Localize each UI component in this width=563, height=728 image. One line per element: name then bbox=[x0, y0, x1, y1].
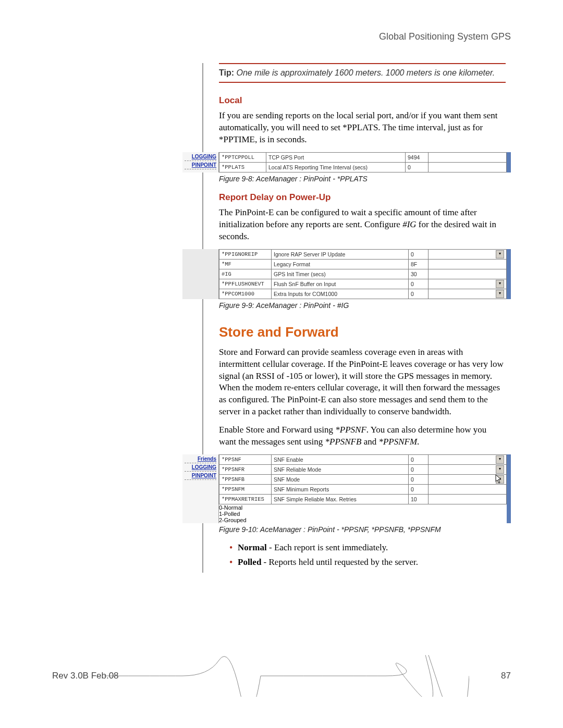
list-item: Polled - Reports held until requested by… bbox=[229, 556, 506, 569]
cell-input[interactable] bbox=[429, 259, 507, 269]
cell-val: 0 bbox=[409, 465, 429, 475]
fig10-table: *PPSNFSNF Enable0▾ *PPSNFRSNF Reliable M… bbox=[219, 454, 507, 504]
fig8-caption: Figure 9-8: AceManager : PinPoint - *PPL… bbox=[219, 175, 506, 183]
cell-input[interactable]: ▾ bbox=[429, 475, 507, 485]
sidebar-pinpoint[interactable]: PINPOINT bbox=[185, 162, 216, 168]
para-store-1: Store and Forward can provide seamless c… bbox=[219, 347, 506, 418]
right-strip bbox=[507, 249, 511, 299]
cursor-icon bbox=[495, 474, 503, 484]
cell-input[interactable]: ▾ bbox=[429, 279, 507, 289]
cell-desc: SNF Mode bbox=[272, 475, 409, 485]
sidebar-logging[interactable]: LOGGING bbox=[185, 154, 216, 159]
page-header: Global Positioning System GPS bbox=[52, 31, 511, 42]
cell-cmd: *PPCOM1000 bbox=[219, 289, 272, 299]
dropdown-icon[interactable]: ▾ bbox=[496, 290, 504, 298]
cell-desc: Local ATS Reporting Time Interval (secs) bbox=[266, 162, 406, 172]
cell-val: 0 bbox=[409, 289, 429, 299]
figure-9-10: Friends LOGGING PINPOINT *PPSNFSNF Enabl… bbox=[182, 454, 511, 523]
cell-cmd: *PPSNFR bbox=[219, 465, 272, 475]
heading-delay: Report Delay on Power-Up bbox=[219, 192, 506, 203]
figure-9-9: *PPIGNOREIPIgnore RAP Server IP Update0▾… bbox=[182, 249, 511, 299]
fig9-table: *PPIGNOREIPIgnore RAP Server IP Update0▾… bbox=[219, 249, 507, 299]
tip-label: Tip: bbox=[219, 68, 234, 77]
fig8-table: *PPTCPPOLL TCP GPS Port 9494 *PPLATS Loc… bbox=[219, 152, 507, 172]
snf-mode-tooltip: 0-Normal 1-Polled 2-Grouped bbox=[219, 504, 507, 523]
cell-val: 0 bbox=[409, 475, 429, 485]
dropdown-icon[interactable]: ▾ bbox=[496, 250, 504, 258]
cell-cmd: *PPSNF bbox=[219, 455, 272, 465]
cell-val: 0 bbox=[409, 485, 429, 495]
right-strip bbox=[507, 454, 511, 523]
dropdown-icon[interactable]: ▾ bbox=[496, 455, 504, 464]
cell-desc: GPS Init Timer (secs) bbox=[272, 269, 409, 279]
fig9-caption: Figure 9-9: AceManager : PinPoint - #IG bbox=[219, 301, 506, 310]
cell-val: 0 bbox=[409, 455, 429, 465]
cell-cmd: *PPSNFB bbox=[219, 475, 272, 485]
tip-text: One mile is approximately 1600 meters. 1… bbox=[236, 68, 495, 77]
cell-input[interactable]: ▾ bbox=[429, 249, 507, 259]
figure-9-8: LOGGING PINPOINT *PPTCPPOLL TCP GPS Port… bbox=[182, 152, 511, 172]
cell-cmd: *PPMAXRETRIES bbox=[219, 495, 272, 504]
cell-desc: SNF Minimum Reports bbox=[272, 485, 409, 495]
cell-val: 0 bbox=[409, 279, 429, 289]
cell-desc: SNF Enable bbox=[272, 455, 409, 465]
cell-val: 0 bbox=[406, 162, 429, 172]
dropdown-icon[interactable]: ▾ bbox=[496, 280, 504, 288]
cell-desc: Ignore RAP Server IP Update bbox=[272, 249, 409, 259]
fig10-caption: Figure 9-10: AceManager : PinPoint - *PP… bbox=[219, 525, 506, 534]
cell-cmd: *MF bbox=[219, 259, 272, 269]
right-strip bbox=[507, 152, 511, 172]
cell-input[interactable]: ▾ bbox=[429, 465, 507, 475]
margin-column bbox=[52, 63, 203, 573]
heading-store-forward: Store and Forward bbox=[219, 324, 506, 340]
table-row: *PPTCPPOLL TCP GPS Port 9494 bbox=[219, 152, 507, 162]
cell-desc: Legacy Format bbox=[272, 259, 409, 269]
footer-rev: Rev 3.0B Feb.08 bbox=[52, 671, 119, 681]
cell-val: 8F bbox=[409, 259, 429, 269]
cell-desc: SNF Reliable Mode bbox=[272, 465, 409, 475]
cell-input[interactable] bbox=[429, 162, 507, 172]
footer-page-number: 87 bbox=[501, 671, 511, 681]
cell-desc: SNF Simple Reliable Max. Retries bbox=[272, 495, 409, 504]
cell-desc: TCP GPS Port bbox=[266, 152, 406, 162]
cell-input[interactable] bbox=[429, 495, 507, 504]
content-column: Tip: One mile is approximately 1600 mete… bbox=[203, 63, 511, 573]
cell-cmd: *PPFLUSHONEVT bbox=[219, 279, 272, 289]
tip-box: Tip: One mile is approximately 1600 mete… bbox=[219, 63, 506, 83]
table-row: *PPLATS Local ATS Reporting Time Interva… bbox=[219, 162, 507, 172]
fig9-sidebar bbox=[182, 249, 219, 299]
cell-input[interactable] bbox=[429, 152, 507, 162]
heading-local: Local bbox=[219, 95, 506, 106]
sidebar-logging[interactable]: LOGGING bbox=[185, 464, 216, 470]
list-item: Normal - Each report is sent immediately… bbox=[229, 541, 506, 554]
bullet-list: Normal - Each report is sent immediately… bbox=[219, 541, 506, 569]
cell-input[interactable] bbox=[429, 269, 507, 279]
cell-val: 10 bbox=[409, 495, 429, 504]
cell-input[interactable] bbox=[429, 485, 507, 495]
fig8-sidebar: LOGGING PINPOINT bbox=[182, 152, 219, 172]
para-delay: The PinPoint-E can be configured to wait… bbox=[219, 207, 506, 243]
page-footer: Rev 3.0B Feb.08 87 bbox=[52, 671, 511, 681]
cell-input[interactable]: ▾ bbox=[429, 455, 507, 465]
para-local: If you are sending reports on the local … bbox=[219, 110, 506, 146]
cell-val: 30 bbox=[409, 269, 429, 279]
cell-cmd: *PPTCPPOLL bbox=[219, 152, 266, 162]
cell-cmd: *PPLATS bbox=[219, 162, 266, 172]
fig10-sidebar: Friends LOGGING PINPOINT bbox=[182, 454, 219, 523]
dropdown-icon[interactable]: ▾ bbox=[496, 465, 504, 474]
sidebar-friends[interactable]: Friends bbox=[185, 456, 216, 462]
cell-desc: Flush SnF Buffer on Input bbox=[272, 279, 409, 289]
cell-cmd: *PPSNFM bbox=[219, 485, 272, 495]
cell-cmd: *PPIGNOREIP bbox=[219, 249, 272, 259]
para-store-2: Enable Store and Forward using *PPSNF. Y… bbox=[219, 424, 506, 448]
cell-desc: Extra Inputs for COM1000 bbox=[272, 289, 409, 299]
cell-val: 9494 bbox=[406, 152, 429, 162]
cell-cmd: #IG bbox=[219, 269, 272, 279]
sidebar-pinpoint[interactable]: PINPOINT bbox=[185, 473, 216, 478]
cell-val: 0 bbox=[409, 249, 429, 259]
cell-input[interactable]: ▾ bbox=[429, 289, 507, 299]
